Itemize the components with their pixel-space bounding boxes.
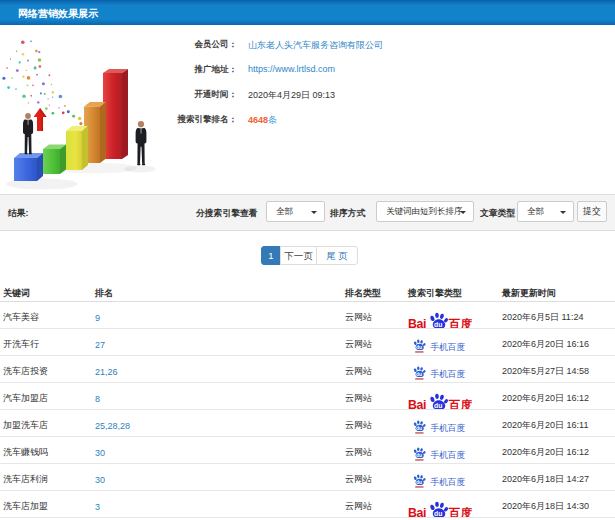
svg-text:du: du [416,344,422,350]
svg-text:du: du [416,371,422,377]
svg-text:Bai: Bai [408,316,426,328]
svg-text:百度: 百度 [448,316,472,327]
svg-text:du: du [416,452,422,458]
svg-text:百度: 百度 [448,505,472,516]
svg-text:手机百度: 手机百度 [430,369,465,379]
svg-text:du: du [416,425,422,431]
svg-text:du: du [434,402,442,408]
svg-text:手机百度: 手机百度 [430,342,465,352]
svg-text:du: du [416,479,422,485]
svg-text:Bai: Bai [408,397,426,409]
svg-text:Bai: Bai [408,505,426,517]
svg-text:手机百度: 手机百度 [430,423,465,433]
svg-text:du: du [434,510,442,516]
svg-text:du: du [434,321,442,327]
svg-text:百度: 百度 [448,397,472,408]
svg-text:手机百度: 手机百度 [430,477,465,487]
svg-text:手机百度: 手机百度 [430,450,465,460]
